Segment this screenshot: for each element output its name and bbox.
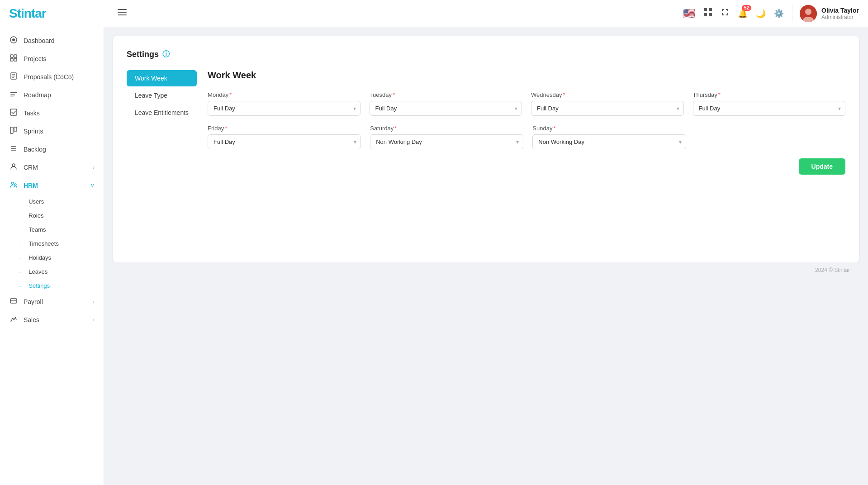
notification-icon[interactable]: 🔔 52 bbox=[738, 9, 748, 19]
sidebar-item-backlog[interactable]: Backlog bbox=[0, 140, 104, 158]
crm-chevron-icon: › bbox=[93, 164, 95, 171]
sidebar-label-payroll: Payroll bbox=[24, 298, 43, 305]
tab-leave-type[interactable]: Leave Type bbox=[127, 87, 197, 104]
monday-field: Monday* Full Day Half Day Non Working Da… bbox=[208, 91, 360, 116]
svg-rect-23 bbox=[10, 109, 17, 115]
svg-point-8 bbox=[805, 9, 811, 15]
sidebar-item-proposals[interactable]: Proposals (CoCo) bbox=[0, 68, 104, 86]
settings-layout: Work Week Leave Type Leave Entitlements … bbox=[127, 70, 845, 175]
svg-rect-0 bbox=[118, 9, 127, 10]
settings-tabs: Work Week Leave Type Leave Entitlements bbox=[127, 70, 197, 175]
hamburger-icon[interactable] bbox=[118, 8, 127, 19]
sidebar-label-teams: Teams bbox=[28, 226, 46, 233]
saturday-field: Saturday* Full Day Half Day Non Working … bbox=[370, 125, 523, 149]
tab-work-week[interactable]: Work Week bbox=[127, 70, 197, 86]
layout: Dashboard Projects Proposals (CoCo) Road… bbox=[0, 27, 868, 485]
settings-card: Settings ⓘ Work Week Leave Type Leave En… bbox=[113, 36, 859, 262]
svg-rect-12 bbox=[10, 55, 13, 57]
sidebar-label-leaves: Leaves bbox=[28, 268, 47, 275]
sidebar: Dashboard Projects Proposals (CoCo) Road… bbox=[0, 27, 104, 485]
sidebar-item-sprints[interactable]: Sprints bbox=[0, 122, 104, 140]
svg-rect-15 bbox=[14, 58, 17, 61]
header-left: Stintar bbox=[9, 6, 127, 21]
proposals-icon bbox=[9, 72, 18, 81]
sidebar-item-crm[interactable]: CRM › bbox=[0, 158, 104, 176]
monday-select[interactable]: Full Day Half Day Non Working Day bbox=[208, 101, 360, 116]
sidebar-item-payroll[interactable]: Payroll › bbox=[0, 293, 104, 311]
sidebar-label-tasks: Tasks bbox=[24, 109, 40, 117]
day-grid-row1: Monday* Full Day Half Day Non Working Da… bbox=[208, 91, 845, 116]
avatar bbox=[800, 5, 817, 22]
sidebar-item-roadmap[interactable]: Roadmap bbox=[0, 86, 104, 104]
friday-select-wrapper: Full Day Half Day Non Working Day bbox=[208, 134, 361, 149]
user-details: Olivia Taylor Administrator bbox=[821, 7, 859, 20]
logo: Stintar bbox=[9, 6, 109, 21]
user-name: Olivia Taylor bbox=[821, 7, 859, 14]
sidebar-item-settings[interactable]: – Settings bbox=[0, 279, 104, 293]
wednesday-select-wrapper: Full Day Half Day Non Working Day bbox=[531, 101, 683, 116]
tab-leave-entitlements[interactable]: Leave Entitlements bbox=[127, 105, 197, 121]
thursday-select[interactable]: Full Day Half Day Non Working Day bbox=[693, 101, 845, 116]
saturday-label: Saturday* bbox=[370, 125, 523, 132]
svg-rect-3 bbox=[704, 8, 707, 11]
theme-icon[interactable]: 🌙 bbox=[756, 9, 766, 19]
svg-rect-5 bbox=[704, 13, 707, 16]
svg-rect-14 bbox=[10, 58, 13, 61]
sidebar-item-projects[interactable]: Projects bbox=[0, 50, 104, 68]
tuesday-select[interactable]: Full Day Half Day Non Working Day bbox=[370, 101, 522, 116]
tuesday-select-wrapper: Full Day Half Day Non Working Day bbox=[370, 101, 522, 116]
apps-icon[interactable] bbox=[703, 8, 712, 19]
saturday-select[interactable]: Full Day Half Day Non Working Day bbox=[370, 134, 523, 149]
sidebar-item-roles[interactable]: – Roles bbox=[0, 209, 104, 223]
sunday-select[interactable]: Full Day Half Day Non Working Day bbox=[532, 134, 686, 149]
friday-select[interactable]: Full Day Half Day Non Working Day bbox=[208, 134, 361, 149]
update-button[interactable]: Update bbox=[799, 158, 845, 175]
svg-point-11 bbox=[12, 38, 15, 41]
header-right: 🇺🇸 🔔 52 🌙 ⚙️ bbox=[683, 5, 859, 22]
sprints-icon bbox=[9, 127, 18, 136]
svg-rect-20 bbox=[10, 92, 17, 93]
content-title: Work Week bbox=[208, 70, 845, 81]
sidebar-item-hrm[interactable]: HRM ∨ bbox=[0, 176, 104, 195]
sidebar-item-timesheets[interactable]: – Timesheets bbox=[0, 237, 104, 251]
sidebar-label-roadmap: Roadmap bbox=[24, 91, 51, 99]
svg-rect-25 bbox=[14, 127, 17, 131]
sidebar-label-timesheets: Timesheets bbox=[28, 240, 59, 247]
thursday-select-wrapper: Full Day Half Day Non Working Day bbox=[693, 101, 845, 116]
tasks-icon bbox=[9, 109, 18, 118]
svg-point-30 bbox=[12, 182, 14, 185]
footer-text: 2024 © Stintar bbox=[815, 267, 850, 273]
settings-icon[interactable]: ⚙️ bbox=[774, 9, 784, 19]
sidebar-label-proposals: Proposals (CoCo) bbox=[24, 73, 74, 81]
sidebar-item-dashboard[interactable]: Dashboard bbox=[0, 32, 104, 50]
crm-icon bbox=[9, 163, 18, 172]
page-title: Settings bbox=[127, 50, 159, 59]
sales-chevron-icon: › bbox=[93, 317, 95, 323]
sidebar-item-teams[interactable]: – Teams bbox=[0, 223, 104, 237]
sidebar-item-leaves[interactable]: – Leaves bbox=[0, 265, 104, 279]
sidebar-item-users[interactable]: – Users bbox=[0, 195, 104, 209]
tuesday-label: Tuesday* bbox=[370, 91, 522, 98]
wednesday-label: Wednesday* bbox=[531, 91, 683, 98]
sidebar-label-users: Users bbox=[28, 198, 44, 205]
svg-rect-32 bbox=[10, 299, 17, 303]
user-role: Administrator bbox=[821, 14, 859, 20]
sidebar-label-crm: CRM bbox=[24, 164, 38, 171]
sunday-select-wrapper: Full Day Half Day Non Working Day bbox=[532, 134, 686, 149]
wednesday-select[interactable]: Full Day Half Day Non Working Day bbox=[531, 101, 683, 116]
sidebar-item-tasks[interactable]: Tasks bbox=[0, 104, 104, 122]
settings-title-row: Settings ⓘ bbox=[127, 50, 845, 59]
sidebar-item-sales[interactable]: Sales › bbox=[0, 311, 104, 329]
user-info: Olivia Taylor Administrator bbox=[792, 5, 859, 22]
settings-content: Work Week Monday* Full Day Half Day bbox=[208, 70, 845, 175]
expand-icon[interactable] bbox=[721, 8, 730, 19]
svg-rect-21 bbox=[10, 94, 15, 95]
sidebar-label-roles: Roles bbox=[28, 212, 43, 219]
main-content: Settings ⓘ Work Week Leave Type Leave En… bbox=[104, 27, 868, 485]
flag-icon[interactable]: 🇺🇸 bbox=[683, 8, 695, 19]
sidebar-item-holidays[interactable]: – Holidays bbox=[0, 251, 104, 265]
thursday-field: Thursday* Full Day Half Day Non Working … bbox=[693, 91, 845, 116]
backlog-icon bbox=[9, 145, 18, 154]
projects-icon bbox=[9, 54, 18, 63]
sidebar-label-sales: Sales bbox=[24, 316, 39, 323]
